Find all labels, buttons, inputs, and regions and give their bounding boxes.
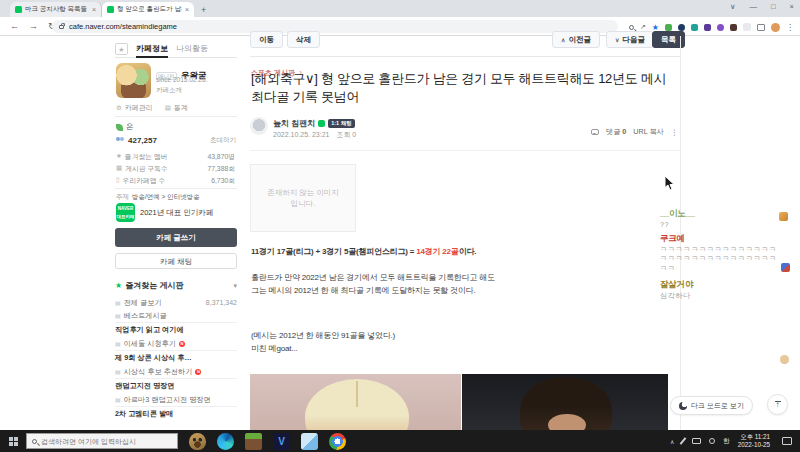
- start-button[interactable]: [9, 437, 18, 446]
- extension-icon[interactable]: [665, 24, 672, 31]
- prev-post-button[interactable]: ∧ 이전글: [552, 31, 600, 48]
- comments-link[interactable]: 댓글 0: [606, 127, 626, 137]
- board-list: ▤ 전체 글보기 8,371,342 ▤ 베스트게시글 직업후기 읽고 여기에 …: [115, 296, 237, 421]
- extension-icon[interactable]: [678, 24, 685, 31]
- notification-center-icon[interactable]: [782, 437, 792, 445]
- one-to-one-chat-badge[interactable]: 1:1 채팅: [328, 119, 354, 128]
- stat-row: ▯ 우리카페앱 수 6,730회: [116, 176, 235, 186]
- topic-value[interactable]: 방송/연예 > 인터넷방송: [132, 193, 200, 202]
- tab-close-icon[interactable]: ×: [92, 6, 96, 13]
- chat-message: 잘살거야 심각하다: [660, 279, 792, 301]
- sidebar-section-job-review[interactable]: 직업후기 읽고 여기에: [115, 322, 237, 337]
- taskbar-app-v[interactable]: V: [273, 433, 290, 450]
- taskbar-app-edge[interactable]: [217, 433, 234, 450]
- taskbar-clock[interactable]: 오후 11:21 2022-10-25: [738, 433, 770, 450]
- chat-emote-icon: [780, 355, 789, 364]
- sidebar-item-all-posts[interactable]: ▤ 전체 글보기 8,371,342: [115, 296, 237, 309]
- taskbar-app-chrome[interactable]: [329, 433, 346, 450]
- padlock-icon[interactable]: [59, 25, 64, 29]
- browser-menu-icon[interactable]: ⋮: [786, 23, 794, 32]
- favorite-cafe-star-icon[interactable]: ★: [115, 43, 128, 55]
- maximize-button[interactable]: □: [771, 2, 776, 11]
- tab-search-icon[interactable]: ∨: [730, 2, 736, 11]
- minimize-button[interactable]: —: [750, 2, 758, 11]
- browser-tab-1[interactable]: 마크 공지사항 목록들 : 종합 ×: [10, 2, 102, 17]
- author-avatar[interactable]: [250, 117, 268, 135]
- address-bar[interactable]: cafe.naver.com/steamindiegame: [52, 20, 618, 33]
- sidebar-item-best-posts[interactable]: ▤ 베스트게시글: [115, 309, 237, 322]
- cafe-write-button[interactable]: 카페 글쓰기: [115, 228, 237, 247]
- ime-indicator[interactable]: 한: [723, 437, 730, 446]
- divider: [115, 116, 237, 117]
- sidebar-item-isedol-review[interactable]: ▤ 이세돌 시청후기 N: [115, 337, 237, 350]
- board-icon: ▤: [115, 368, 121, 375]
- board-icon: ▤: [115, 396, 121, 403]
- move-post-button[interactable]: 이동: [250, 31, 283, 48]
- taskbar-app-character[interactable]: [189, 433, 206, 450]
- new-tab-button[interactable]: +: [194, 5, 213, 17]
- chat-emote-icon: [781, 263, 790, 272]
- tray-status-icon[interactable]: [709, 438, 715, 444]
- new-badge: N: [179, 341, 185, 347]
- cafe-profile-image[interactable]: [116, 63, 151, 98]
- extensions-puzzle-icon[interactable]: [743, 23, 751, 31]
- cafe-stats-link[interactable]: 통계: [174, 103, 188, 113]
- sidebar-section-gojijeon[interactable]: 랜덤고지전 명장면: [115, 378, 237, 393]
- board-label: 랜덤고지전 명장면: [115, 381, 175, 391]
- tab-my-activity[interactable]: 나의활동: [176, 43, 208, 54]
- sidebar-item-award-nominate[interactable]: ▤ 시상식 후보 추천하기 N: [115, 365, 237, 378]
- list-label: 목록: [661, 35, 676, 45]
- author-name[interactable]: 늪치 침팬치: [273, 118, 315, 129]
- pen-icon[interactable]: [680, 437, 687, 444]
- dark-mode-button[interactable]: 다크 모드로 보기: [670, 396, 753, 415]
- tab-cafe-info[interactable]: 카페정보: [136, 40, 168, 58]
- extension-icon[interactable]: [691, 24, 698, 31]
- tray-chevron-icon[interactable]: ∧: [670, 438, 674, 445]
- keyboard-icon[interactable]: [692, 438, 701, 444]
- share-icon[interactable]: ↗: [640, 23, 646, 31]
- back-icon[interactable]: ←: [10, 21, 19, 31]
- divider: [250, 56, 680, 57]
- browser-tab-2[interactable]: 형 앞으로 홀란드가 남은 경기 모... ×: [102, 2, 194, 17]
- extension-icon[interactable]: [704, 24, 711, 31]
- members-icon: [116, 137, 125, 144]
- collapse-icon[interactable]: ▾: [233, 282, 237, 290]
- tab-close-icon[interactable]: ×: [185, 6, 189, 13]
- mouse-cursor: [664, 176, 675, 191]
- search-icon[interactable]: [629, 25, 634, 30]
- url-text[interactable]: cafe.naver.com/steamindiegame: [69, 22, 177, 31]
- stat-label: 우리카페앱 수: [123, 176, 166, 186]
- invite-link[interactable]: 초대하기: [210, 136, 236, 145]
- extension-icon[interactable]: [717, 24, 724, 31]
- cafe-manage-link[interactable]: 카페관리: [125, 103, 153, 113]
- cafe-intro-link[interactable]: 카페소개: [156, 86, 182, 95]
- url-copy-button[interactable]: URL 복사: [633, 127, 663, 137]
- delete-post-button[interactable]: 삭제: [287, 31, 320, 48]
- windows-taskbar: V ∧ 한 오후 11:21 2022-10-25: [0, 430, 800, 452]
- stat-line-tail: 이다.: [459, 247, 477, 256]
- next-post-button[interactable]: ∨ 다음글: [606, 31, 654, 48]
- close-button[interactable]: ×: [790, 2, 794, 11]
- scroll-to-top-button[interactable]: ↑: [767, 394, 788, 415]
- cafe-chat-button[interactable]: 카페 채팅: [115, 253, 237, 269]
- sidebar-item-arma3[interactable]: ▤ 아르마3 랜덤고지전 명장면: [115, 393, 237, 406]
- post-paragraph: 홀란드가 만약 2022년 남은 경기에서 모두 해트트릭을 기록한다고 해도: [251, 272, 495, 283]
- naver-cafe-favicon: [107, 6, 114, 13]
- post-more-icon[interactable]: ⋮: [671, 128, 678, 137]
- taskbar-search-input[interactable]: [41, 438, 171, 445]
- sidebar-section-gomemticon[interactable]: 2차 고멤티콘 발매: [115, 406, 237, 421]
- taskbar-app-minecraft[interactable]: [245, 433, 262, 450]
- extension-icon[interactable]: [730, 24, 737, 31]
- forward-icon[interactable]: →: [29, 21, 38, 31]
- board-label: 제 9회 상콘 시상식 후…: [115, 353, 192, 363]
- side-panel-icon[interactable]: [757, 24, 765, 31]
- sidebar-section-awards[interactable]: 제 9회 상콘 시상식 후…: [115, 350, 237, 365]
- board-label: 직업후기 읽고 여기에: [115, 325, 184, 335]
- chat-message: __이노__ ??: [660, 208, 792, 230]
- taskbar-search[interactable]: [26, 433, 178, 449]
- taskbar-app-3d-viewer[interactable]: [301, 433, 318, 450]
- post-title: [해외축구∨] 형 앞으로 홀란드가 남은 경기 모두 해트트릭해도 12년도 …: [251, 70, 667, 105]
- profile-avatar[interactable]: [771, 23, 780, 32]
- stat-label: 즐겨찾는 멤버: [125, 152, 168, 162]
- missing-image-placeholder: 존재하지 않는 이미지입니다.: [250, 164, 356, 232]
